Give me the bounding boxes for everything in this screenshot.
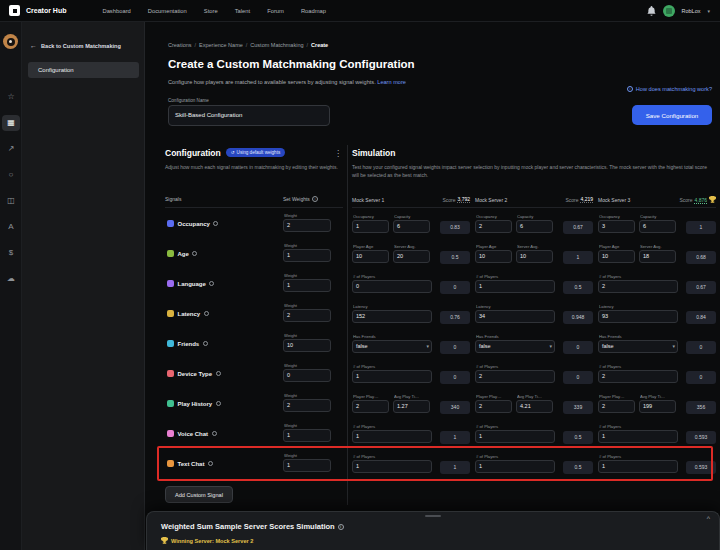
has-friends-select[interactable]: false▾ [475,340,555,353]
sim-field-input[interactable]: 1 [598,460,678,473]
sim-field-input[interactable]: 199 [639,400,676,413]
weight-label: Weight [284,363,331,368]
back-link[interactable]: ← Back to Custom Matchmaking [30,42,121,49]
sim-field-input[interactable]: 10 [598,250,635,263]
sim-field-input[interactable]: 1 [352,430,432,443]
roblox-logo-icon[interactable] [9,5,20,16]
cloud-icon[interactable]: ☁ [0,270,22,288]
save-configuration-button[interactable]: Save Configuration [632,105,712,125]
score-chip: 1 [440,431,470,444]
sidebar-item-configuration[interactable]: Configuration [28,62,139,78]
has-friends-select[interactable]: false▾ [598,340,678,353]
home-icon[interactable]: ☆ [0,88,22,106]
set-weights-header: Set Weights i [283,196,318,202]
configuration-title-text: Configuration [165,148,221,158]
localization-icon[interactable]: A [0,218,22,236]
sim-field-input[interactable]: 2 [475,370,555,383]
weight-input[interactable]: 1 [283,429,331,442]
sim-field-input[interactable]: 1 [598,430,678,443]
sim-field-input[interactable]: 34 [475,310,555,323]
configuration-name-input[interactable]: Skill-Based Configuration [168,105,330,126]
sim-field-input[interactable]: 93 [598,310,678,323]
weight-input[interactable]: 0 [283,369,331,382]
nav-link-store[interactable]: Store [204,8,218,14]
sim-field: # of Players1 [598,454,678,473]
weight-input[interactable]: 1 [283,459,331,472]
breadcrumb-item[interactable]: Custom Matchmaking [250,42,303,48]
breadcrumb-item[interactable]: Create [311,42,328,48]
signal-row-age: AgeWeight1 [165,240,343,270]
sim-field-input[interactable]: 3 [598,220,635,233]
kebab-menu[interactable]: ⋮ [334,149,342,158]
payments-icon[interactable]: $ [0,244,22,262]
weight-input[interactable]: 2 [283,219,331,232]
weight-input[interactable]: 2 [283,399,331,412]
sim-field-input[interactable]: 1 [475,280,555,293]
nav-link-documentation[interactable]: Documentation [148,8,187,14]
sim-cell-age-server-1: Player Age10Server Avg.200.5 [352,240,470,270]
sim-field-input[interactable]: 1.27 [393,400,430,413]
sim-field-input[interactable]: 18 [639,250,676,263]
sim-field-input[interactable]: 2 [598,370,678,383]
sim-field-input[interactable]: 10 [516,250,553,263]
sim-cell-device-type-server-2: # of Players20 [475,360,593,390]
collaboration-icon[interactable]: ◫ [0,192,22,210]
add-custom-signal-button[interactable]: Add Custom Signal [165,486,233,503]
collapse-chevron-icon[interactable]: ^ [707,515,710,522]
rail-avatar[interactable] [3,34,18,49]
sim-field-input[interactable]: 10 [352,250,389,263]
sim-field-input[interactable]: 1 [475,430,555,443]
sim-field-input[interactable]: 20 [393,250,430,263]
creations-icon[interactable]: ▦ [0,114,22,132]
signal-label: Voice Chat [178,431,209,437]
nav-link-dashboard[interactable]: Dashboard [102,8,130,14]
sim-field-input[interactable]: 4.21 [516,400,553,413]
sim-field-input[interactable]: 2 [352,400,389,413]
drawer-drag-handle[interactable] [425,515,441,517]
insights-icon[interactable]: ○ [0,166,22,184]
sim-field-label: Latency [599,304,678,309]
has-friends-select[interactable]: false▾ [352,340,432,353]
breadcrumb-item[interactable]: Creations [168,42,192,48]
info-icon: i [338,524,344,530]
sim-field-input[interactable]: 1 [475,460,555,473]
sim-field: # of Players1 [352,424,432,443]
sim-field-input[interactable]: 10 [475,250,512,263]
sim-field-label: # of Players [599,424,678,429]
sim-field-input[interactable]: 6 [516,220,553,233]
sim-field-input[interactable]: 2 [475,220,512,233]
sim-field-input[interactable]: 1 [352,220,389,233]
breadcrumb-item[interactable]: Experience Name [199,42,243,48]
learn-more-link[interactable]: Learn more [377,79,406,85]
signals-header: Signals [165,196,181,202]
user-menu[interactable]: RobLox [682,8,701,14]
brand-title[interactable]: Creator Hub [26,7,66,14]
sim-field-input[interactable]: 1 [352,460,432,473]
sim-field-label: Has Friends [599,334,678,339]
weight-input[interactable]: 1 [283,249,331,262]
nav-link-forum[interactable]: Forum [267,8,284,14]
sim-field-input[interactable]: 0 [352,280,432,293]
sim-field-label: Server Avg. [394,244,430,249]
weight-input[interactable]: 1 [283,279,331,292]
sim-field-input[interactable]: 6 [393,220,430,233]
sim-field-input[interactable]: 6 [639,220,676,233]
sim-field-input[interactable]: 2 [598,280,678,293]
weight-input[interactable]: 2 [283,309,331,322]
help-link[interactable]: i How does matchmaking work? [627,86,712,92]
sim-field-input[interactable]: 2 [598,400,635,413]
nav-link-roadmap[interactable]: Roadmap [301,8,326,14]
sim-field-label: # of Players [353,454,432,459]
sim-field-input[interactable]: 1 [352,370,432,383]
notification-bell-icon[interactable] [647,2,656,20]
sim-field-input[interactable]: 2 [475,400,512,413]
sim-field-label: Server Avg. [517,244,553,249]
weight-input[interactable]: 10 [283,339,331,352]
analytics-icon[interactable]: ↗ [0,140,22,158]
sim-field: Capacity6 [516,214,553,233]
sim-field-label: Latency [353,304,432,309]
signal-color-swatch [167,400,174,407]
sim-field-input[interactable]: 152 [352,310,432,323]
nav-link-talent[interactable]: Talent [235,8,250,14]
user-avatar[interactable] [663,5,675,17]
